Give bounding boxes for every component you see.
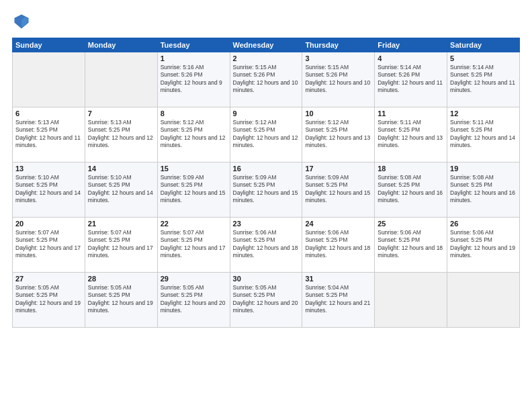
cell-text: Sunrise: 5:09 AM Sunset: 5:25 PM Dayligh… [161, 174, 227, 205]
calendar-cell: 19Sunrise: 5:08 AM Sunset: 5:25 PM Dayli… [447, 163, 520, 218]
calendar-week-2: 6Sunrise: 5:13 AM Sunset: 5:25 PM Daylig… [13, 107, 520, 163]
day-number: 11 [378, 109, 444, 118]
calendar-cell: 9Sunrise: 5:12 AM Sunset: 5:25 PM Daylig… [230, 107, 302, 163]
calendar-cell: 13Sunrise: 5:10 AM Sunset: 5:25 PM Dayli… [13, 163, 85, 218]
header-day-saturday: Saturday [447, 38, 520, 52]
calendar-cell: 25Sunrise: 5:06 AM Sunset: 5:25 PM Dayli… [375, 218, 447, 273]
day-number: 14 [88, 165, 154, 173]
cell-text: Sunrise: 5:11 AM Sunset: 5:25 PM Dayligh… [378, 119, 444, 150]
header [12, 12, 520, 31]
calendar-cell: 4Sunrise: 5:14 AM Sunset: 5:26 PM Daylig… [375, 52, 447, 107]
calendar-cell: 18Sunrise: 5:08 AM Sunset: 5:25 PM Dayli… [375, 163, 447, 218]
cell-text: Sunrise: 5:10 AM Sunset: 5:25 PM Dayligh… [88, 174, 154, 205]
cell-text: Sunrise: 5:07 AM Sunset: 5:25 PM Dayligh… [88, 229, 154, 260]
cell-text: Sunrise: 5:09 AM Sunset: 5:25 PM Dayligh… [305, 174, 371, 205]
day-number: 3 [305, 54, 371, 62]
cell-text: Sunrise: 5:06 AM Sunset: 5:25 PM Dayligh… [305, 229, 371, 260]
calendar-cell: 29Sunrise: 5:05 AM Sunset: 5:25 PM Dayli… [157, 273, 230, 328]
header-day-thursday: Thursday [302, 38, 375, 52]
day-number: 29 [161, 275, 227, 283]
calendar-cell [447, 273, 520, 328]
calendar-cell: 3Sunrise: 5:15 AM Sunset: 5:26 PM Daylig… [302, 52, 375, 107]
header-day-friday: Friday [375, 38, 447, 52]
day-number: 9 [233, 109, 300, 118]
day-number: 8 [161, 109, 227, 118]
day-number: 12 [450, 109, 517, 118]
cell-text: Sunrise: 5:06 AM Sunset: 5:25 PM Dayligh… [450, 229, 517, 260]
cell-text: Sunrise: 5:10 AM Sunset: 5:25 PM Dayligh… [15, 174, 82, 205]
cell-text: Sunrise: 5:15 AM Sunset: 5:26 PM Dayligh… [233, 64, 300, 95]
calendar-cell: 12Sunrise: 5:11 AM Sunset: 5:25 PM Dayli… [447, 107, 520, 163]
calendar-cell: 6Sunrise: 5:13 AM Sunset: 5:25 PM Daylig… [13, 107, 85, 163]
day-number: 15 [161, 165, 227, 173]
day-number: 6 [15, 109, 82, 118]
calendar-cell: 17Sunrise: 5:09 AM Sunset: 5:25 PM Dayli… [302, 163, 375, 218]
day-number: 5 [450, 54, 517, 62]
cell-text: Sunrise: 5:06 AM Sunset: 5:25 PM Dayligh… [378, 229, 444, 260]
day-number: 19 [450, 165, 517, 173]
cell-text: Sunrise: 5:12 AM Sunset: 5:25 PM Dayligh… [233, 119, 300, 150]
logo-icon [12, 12, 31, 31]
cell-text: Sunrise: 5:08 AM Sunset: 5:25 PM Dayligh… [450, 174, 517, 205]
calendar-cell: 11Sunrise: 5:11 AM Sunset: 5:25 PM Dayli… [375, 107, 447, 163]
cell-text: Sunrise: 5:08 AM Sunset: 5:25 PM Dayligh… [378, 174, 444, 205]
calendar-cell: 26Sunrise: 5:06 AM Sunset: 5:25 PM Dayli… [447, 218, 520, 273]
day-number: 30 [233, 275, 300, 283]
day-number: 13 [15, 165, 82, 173]
calendar-cell: 2Sunrise: 5:15 AM Sunset: 5:26 PM Daylig… [230, 52, 302, 107]
cell-text: Sunrise: 5:07 AM Sunset: 5:25 PM Dayligh… [15, 229, 82, 260]
day-number: 17 [305, 165, 371, 173]
calendar-cell [375, 273, 447, 328]
cell-text: Sunrise: 5:13 AM Sunset: 5:25 PM Dayligh… [88, 119, 154, 150]
calendar-cell: 10Sunrise: 5:12 AM Sunset: 5:25 PM Dayli… [302, 107, 375, 163]
day-number: 26 [450, 220, 517, 228]
logo [12, 12, 34, 31]
calendar-cell: 22Sunrise: 5:07 AM Sunset: 5:25 PM Dayli… [157, 218, 230, 273]
day-number: 7 [88, 109, 154, 118]
header-day-wednesday: Wednesday [230, 38, 302, 52]
calendar-cell: 8Sunrise: 5:12 AM Sunset: 5:25 PM Daylig… [157, 107, 230, 163]
cell-text: Sunrise: 5:04 AM Sunset: 5:25 PM Dayligh… [305, 284, 371, 315]
day-number: 18 [378, 165, 444, 173]
cell-text: Sunrise: 5:11 AM Sunset: 5:25 PM Dayligh… [450, 119, 517, 150]
calendar-cell: 21Sunrise: 5:07 AM Sunset: 5:25 PM Dayli… [85, 218, 157, 273]
cell-text: Sunrise: 5:12 AM Sunset: 5:25 PM Dayligh… [161, 119, 227, 150]
calendar-cell: 27Sunrise: 5:05 AM Sunset: 5:25 PM Dayli… [13, 273, 85, 328]
cell-text: Sunrise: 5:05 AM Sunset: 5:25 PM Dayligh… [161, 284, 227, 315]
calendar-week-5: 27Sunrise: 5:05 AM Sunset: 5:25 PM Dayli… [13, 273, 520, 328]
cell-text: Sunrise: 5:05 AM Sunset: 5:25 PM Dayligh… [88, 284, 154, 315]
day-number: 10 [305, 109, 371, 118]
calendar-cell: 15Sunrise: 5:09 AM Sunset: 5:25 PM Dayli… [157, 163, 230, 218]
calendar-cell: 23Sunrise: 5:06 AM Sunset: 5:25 PM Dayli… [230, 218, 302, 273]
calendar-cell: 7Sunrise: 5:13 AM Sunset: 5:25 PM Daylig… [85, 107, 157, 163]
day-number: 20 [15, 220, 82, 228]
calendar-cell [85, 52, 157, 107]
cell-text: Sunrise: 5:14 AM Sunset: 5:25 PM Dayligh… [450, 64, 517, 95]
cell-text: Sunrise: 5:13 AM Sunset: 5:25 PM Dayligh… [15, 119, 82, 150]
day-number: 16 [233, 165, 300, 173]
day-number: 24 [305, 220, 371, 228]
calendar-cell: 16Sunrise: 5:09 AM Sunset: 5:25 PM Dayli… [230, 163, 302, 218]
calendar-cell: 14Sunrise: 5:10 AM Sunset: 5:25 PM Dayli… [85, 163, 157, 218]
day-number: 21 [88, 220, 154, 228]
day-number: 23 [233, 220, 300, 228]
calendar-cell: 28Sunrise: 5:05 AM Sunset: 5:25 PM Dayli… [85, 273, 157, 328]
cell-text: Sunrise: 5:16 AM Sunset: 5:26 PM Dayligh… [161, 64, 227, 95]
cell-text: Sunrise: 5:05 AM Sunset: 5:25 PM Dayligh… [15, 284, 82, 315]
cell-text: Sunrise: 5:05 AM Sunset: 5:25 PM Dayligh… [233, 284, 300, 315]
cell-text: Sunrise: 5:09 AM Sunset: 5:25 PM Dayligh… [233, 174, 300, 205]
header-day-monday: Monday [85, 38, 157, 52]
day-number: 25 [378, 220, 444, 228]
day-number: 2 [233, 54, 300, 62]
calendar-cell: 31Sunrise: 5:04 AM Sunset: 5:25 PM Dayli… [302, 273, 375, 328]
header-day-tuesday: Tuesday [157, 38, 230, 52]
cell-text: Sunrise: 5:15 AM Sunset: 5:26 PM Dayligh… [305, 64, 371, 95]
header-day-sunday: Sunday [13, 38, 85, 52]
cell-text: Sunrise: 5:14 AM Sunset: 5:26 PM Dayligh… [378, 64, 444, 95]
calendar-cell [13, 52, 85, 107]
calendar-cell: 20Sunrise: 5:07 AM Sunset: 5:25 PM Dayli… [13, 218, 85, 273]
calendar-week-4: 20Sunrise: 5:07 AM Sunset: 5:25 PM Dayli… [13, 218, 520, 273]
day-number: 4 [378, 54, 444, 62]
day-number: 1 [161, 54, 227, 62]
calendar-week-1: 1Sunrise: 5:16 AM Sunset: 5:26 PM Daylig… [13, 52, 520, 107]
